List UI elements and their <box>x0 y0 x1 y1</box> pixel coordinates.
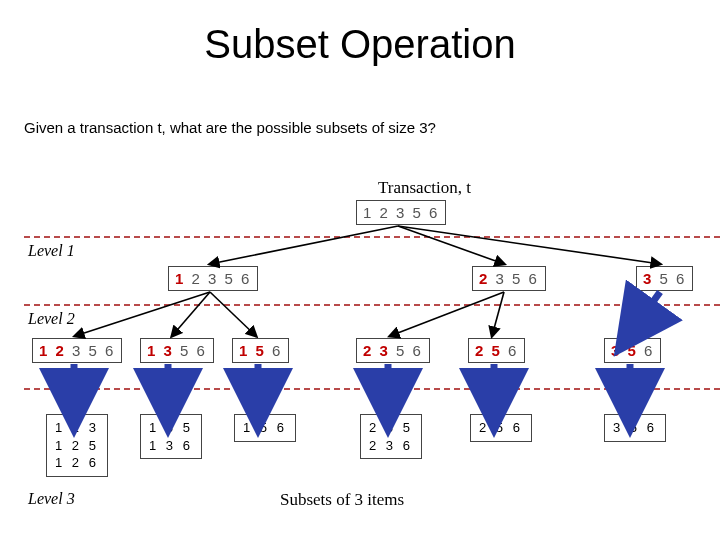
level3-leaf: 1 5 6 <box>234 414 296 442</box>
level1-node: 3 5 6 <box>636 266 693 291</box>
divider-level3 <box>24 388 720 390</box>
level1-node: 1 2 3 5 6 <box>168 266 258 291</box>
svg-line-0 <box>210 226 398 264</box>
level3-leaf: 1 3 51 3 6 <box>140 414 202 459</box>
divider-level1 <box>24 236 720 238</box>
level2-node: 2 5 6 <box>468 338 525 363</box>
level3-label: Level 3 <box>28 490 75 508</box>
level3-leaf: 2 5 6 <box>470 414 532 442</box>
level1-node: 2 3 5 6 <box>472 266 546 291</box>
level3-leaf: 3 5 6 <box>604 414 666 442</box>
svg-line-5 <box>210 292 256 336</box>
svg-line-1 <box>398 226 504 264</box>
level2-node: 2 3 5 6 <box>356 338 430 363</box>
divider-level2 <box>24 304 720 306</box>
level3-leaf: 1 2 31 2 51 2 6 <box>46 414 108 477</box>
svg-line-6 <box>390 292 504 336</box>
subsets-caption: Subsets of 3 items <box>280 490 404 510</box>
prompt-text: Given a transaction t, what are the poss… <box>24 118 436 138</box>
level2-node: 1 5 6 <box>232 338 289 363</box>
level2-label: Level 2 <box>28 310 75 328</box>
level1-label: Level 1 <box>28 242 75 260</box>
svg-line-8 <box>630 292 660 334</box>
level2-node: 3 5 6 <box>604 338 661 363</box>
level2-node: 1 2 3 5 6 <box>32 338 122 363</box>
root-node: 1 2 3 5 6 <box>356 200 446 225</box>
svg-line-4 <box>172 292 210 336</box>
svg-line-3 <box>75 292 210 336</box>
svg-line-2 <box>398 226 660 264</box>
page-title: Subset Operation <box>0 22 720 67</box>
level2-node: 1 3 5 6 <box>140 338 214 363</box>
svg-line-7 <box>492 292 504 336</box>
transaction-label: Transaction, t <box>378 178 471 198</box>
level3-leaf: 2 3 52 3 6 <box>360 414 422 459</box>
